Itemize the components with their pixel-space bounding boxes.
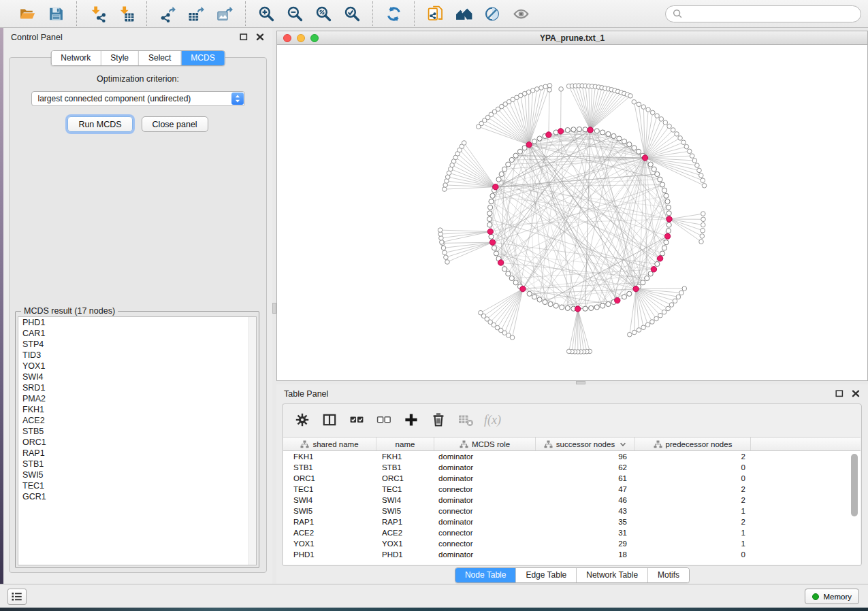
memory-button[interactable]: Memory (805, 589, 859, 604)
select-stepper-icon (231, 93, 244, 105)
table-row[interactable]: STB1STB1dominator620 (283, 462, 861, 473)
network-file-button[interactable] (421, 3, 449, 24)
close-panel-icon[interactable] (256, 33, 265, 42)
table-panel-title: Table Panel (284, 389, 328, 399)
tab-style[interactable]: Style (100, 51, 138, 65)
table-panel-tabs: Node TableEdge TableNetwork TableMotifs (455, 567, 690, 583)
add-column-icon (403, 412, 419, 428)
mcds-result-item[interactable]: RAP1 (18, 448, 256, 459)
mcds-result-item[interactable]: PHD1 (18, 317, 256, 328)
run-mcds-button[interactable]: Run MCDS (67, 116, 132, 132)
minimize-window-icon[interactable] (297, 34, 305, 42)
column-header-predecessor-nodes[interactable]: predecessor nodes (635, 437, 751, 450)
tab-network-table[interactable]: Network Table (576, 568, 647, 582)
tab-mcds[interactable]: MCDS (180, 51, 224, 65)
table-row[interactable]: RAP1RAP1dominator352 (283, 516, 861, 527)
mcds-result-item[interactable]: PMA2 (18, 393, 256, 404)
table-row[interactable]: ORC1ORC1dominator610 (283, 473, 861, 484)
export-image-button[interactable] (210, 3, 239, 24)
mcds-result-item[interactable]: STP4 (18, 339, 256, 350)
mcds-result-item[interactable]: GCR1 (18, 491, 256, 502)
mcds-result-item[interactable]: SWI5 (18, 469, 256, 480)
function-builder-icon[interactable]: f(x) (483, 413, 501, 427)
mcds-result-item[interactable]: TEC1 (18, 480, 256, 491)
mcds-result-item[interactable]: SRD1 (18, 382, 256, 393)
tab-edge-table[interactable]: Edge Table (515, 568, 576, 582)
column-header-successor-nodes[interactable]: successor nodes (536, 437, 635, 450)
export-network-button[interactable] (153, 3, 182, 24)
select-all-rows-button[interactable] (347, 410, 367, 430)
zoom-selected-button[interactable] (338, 3, 366, 24)
column-header-shared-name[interactable]: shared name (283, 437, 376, 450)
task-history-button[interactable] (7, 589, 27, 605)
mcds-result-item[interactable]: YOX1 (18, 361, 256, 371)
cell-shared_name: TEC1 (283, 485, 376, 493)
float-table-panel-icon[interactable] (835, 389, 844, 398)
unselect-all-rows-button[interactable] (374, 410, 394, 430)
table-row[interactable]: SWI5SWI5connector431 (283, 506, 861, 516)
zoom-fit-button[interactable] (309, 3, 338, 24)
column-header-MCDS-role[interactable]: MCDS role (434, 437, 536, 450)
mcds-result-list[interactable]: PHD1CAR1STP4TID3YOX1SWI4SRD1PMA2FKH1ACE2… (18, 316, 257, 565)
table-row[interactable]: PHD1PHD1dominator180 (283, 549, 861, 560)
table-scrollbar[interactable] (850, 452, 858, 562)
close-window-icon[interactable] (283, 34, 291, 42)
mcds-result-item[interactable]: CAR1 (18, 328, 256, 339)
mcds-result-item[interactable]: SWI4 (18, 371, 256, 382)
save-session-button[interactable] (42, 3, 70, 24)
mcds-result-item[interactable]: STB1 (18, 459, 256, 469)
criterion-select[interactable]: largest connected component (undirected) (31, 91, 245, 106)
column-header-name[interactable]: name (376, 437, 434, 450)
export-image-icon (216, 5, 234, 22)
table-row[interactable]: YOX1YOX1connector291 (283, 538, 861, 549)
close-panel-button[interactable]: Close panel (142, 116, 208, 132)
network-canvas[interactable] (277, 45, 867, 380)
destroy-table-icon (457, 412, 474, 428)
import-network-button[interactable] (83, 3, 112, 24)
float-panel-icon[interactable] (240, 33, 248, 42)
maximize-window-icon[interactable] (310, 34, 319, 42)
select-all-rows-icon (349, 412, 365, 428)
import-table-button[interactable] (112, 3, 140, 24)
table-row[interactable]: TEC1TEC1connector472 (283, 484, 861, 495)
destroy-table-button[interactable] (455, 410, 476, 430)
zoom-in-icon (258, 5, 275, 22)
zoom-in-button[interactable] (252, 3, 280, 24)
hide-graphics-details-button[interactable] (478, 3, 507, 24)
table-row[interactable]: SWI4SWI4dominator462 (283, 495, 861, 506)
mcds-result-item[interactable]: ACE2 (18, 415, 256, 426)
cell-name: RAP1 (376, 518, 434, 526)
cell-mcds_role: dominator (434, 463, 536, 472)
cell-mcds_role: dominator (434, 452, 536, 461)
settings-icon (294, 412, 310, 428)
export-table-button[interactable] (182, 3, 210, 24)
tab-network[interactable]: Network (51, 51, 100, 65)
open-file-button[interactable] (13, 3, 42, 24)
tab-motifs[interactable]: Motifs (647, 568, 689, 582)
mcds-result-item[interactable]: STB5 (18, 426, 256, 437)
delete-columns-button[interactable] (428, 410, 449, 430)
tab-node-table[interactable]: Node Table (455, 568, 516, 582)
cell-predecessor_nodes: 1 (635, 540, 751, 548)
mcds-list-scrollbar[interactable] (248, 317, 256, 565)
show-graphics-details-button[interactable] (507, 3, 535, 24)
show-networks-home-button[interactable] (449, 3, 478, 24)
hide-graphics-details-icon (484, 5, 501, 22)
table-row[interactable]: FKH1FKH1dominator962 (283, 451, 861, 462)
main-toolbar-groups (7, 1, 541, 26)
apply-layout-button[interactable] (379, 3, 408, 24)
zoom-out-button[interactable] (280, 3, 309, 24)
mcds-result-item[interactable]: ORC1 (18, 437, 256, 448)
table-row[interactable]: ACE2ACE2connector311 (283, 527, 861, 538)
cell-name: TEC1 (376, 485, 434, 493)
show-columns-button[interactable] (319, 410, 340, 430)
search-input[interactable] (686, 9, 854, 18)
mcds-result-item[interactable]: FKH1 (18, 404, 256, 415)
close-table-panel-icon[interactable] (852, 389, 861, 398)
tab-select[interactable]: Select (138, 51, 180, 65)
settings-button[interactable] (292, 410, 312, 430)
add-column-button[interactable] (401, 410, 421, 430)
mcds-result-item[interactable]: TID3 (18, 350, 256, 361)
export-table-icon (188, 5, 205, 22)
table-scrollbar-thumb[interactable] (851, 454, 858, 516)
